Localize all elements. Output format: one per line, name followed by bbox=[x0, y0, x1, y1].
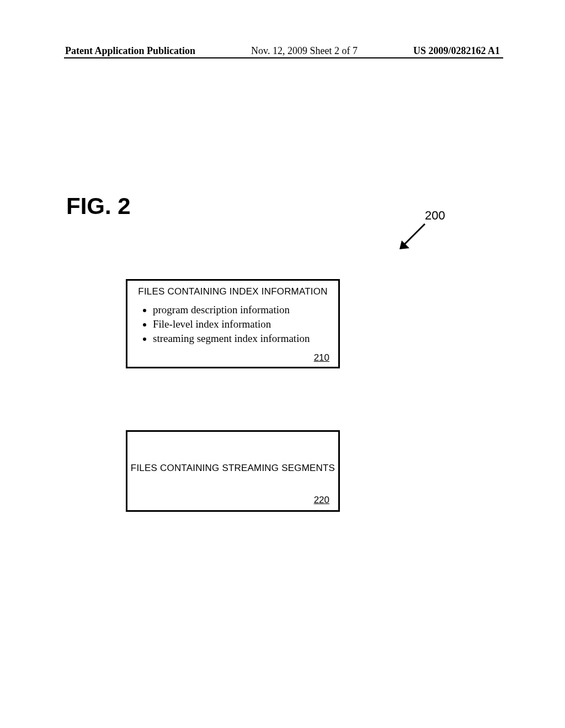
figure-label: FIG. 2 bbox=[66, 193, 131, 220]
patent-page: Patent Application Publication Nov. 12, … bbox=[0, 0, 565, 728]
reference-numeral-220: 220 bbox=[314, 495, 329, 506]
header-date-sheet: Nov. 12, 2009 Sheet 2 of 7 bbox=[251, 45, 358, 57]
header-publication-label: Patent Application Publication bbox=[65, 45, 195, 57]
reference-numeral-210: 210 bbox=[314, 352, 329, 363]
arrow-icon bbox=[397, 221, 427, 250]
svg-line-0 bbox=[403, 224, 425, 246]
header-patent-number: US 2009/0282162 A1 bbox=[413, 45, 500, 57]
reference-numeral-200: 200 bbox=[425, 208, 445, 223]
page-header: Patent Application Publication Nov. 12, … bbox=[0, 45, 565, 57]
index-box-list: program description information File-lev… bbox=[135, 304, 331, 345]
index-box-title: FILES CONTAINING INDEX INFORMATION bbox=[135, 286, 331, 297]
header-row: Patent Application Publication Nov. 12, … bbox=[0, 45, 565, 57]
list-item: program description information bbox=[153, 304, 331, 316]
header-rule bbox=[64, 57, 503, 58]
streaming-segments-box: FILES CONTAINING STREAMING SEGMENTS 220 bbox=[126, 430, 340, 512]
list-item: File-level index information bbox=[153, 318, 331, 330]
streaming-box-title: FILES CONTAINING STREAMING SEGMENTS bbox=[127, 463, 338, 474]
list-item: streaming segment index information bbox=[153, 333, 331, 345]
index-information-box: FILES CONTAINING INDEX INFORMATION progr… bbox=[126, 279, 340, 368]
